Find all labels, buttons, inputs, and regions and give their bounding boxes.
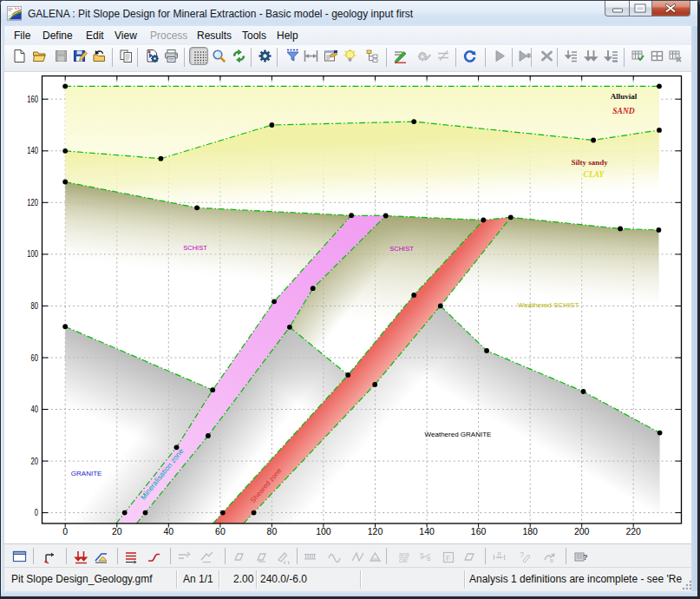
svg-text:160: 160 (471, 526, 487, 536)
svg-text:SCHIST: SCHIST (389, 245, 414, 253)
svg-text:100: 100 (27, 248, 38, 259)
svg-text:80: 80 (31, 300, 39, 311)
svg-text:0: 0 (62, 526, 68, 536)
svg-text:20: 20 (112, 526, 122, 536)
svg-text:?: ? (520, 550, 524, 559)
svg-text:GRANITE: GRANITE (71, 470, 102, 477)
svg-text:F: F (446, 554, 451, 563)
svg-text:B: B (550, 558, 553, 563)
svg-text:R: R (498, 551, 502, 556)
svg-text:SCHIST: SCHIST (183, 244, 207, 252)
svg-text:60: 60 (215, 526, 226, 536)
svg-text:ana: ana (399, 551, 409, 557)
svg-text:200: 200 (574, 526, 590, 536)
svg-text:140: 140 (27, 145, 38, 155)
svg-text:SAND: SAND (612, 107, 634, 115)
svg-text:140: 140 (419, 526, 435, 536)
svg-text:40: 40 (163, 526, 173, 536)
svg-text:Alluvial: Alluvial (611, 92, 638, 101)
svg-text:6: 6 (427, 555, 431, 563)
svg-text:CLAY: CLAY (584, 170, 605, 179)
svg-text:Weathered GRANITE: Weathered GRANITE (425, 431, 492, 438)
svg-text:0: 0 (35, 507, 38, 517)
svg-text:120: 120 (27, 197, 38, 207)
svg-text:60: 60 (31, 352, 39, 363)
svg-text:180: 180 (522, 526, 538, 536)
svg-text:40: 40 (31, 404, 39, 414)
svg-text:120: 120 (368, 526, 383, 536)
svg-text:100: 100 (316, 526, 331, 536)
svg-text:Weathered SCHIST: Weathered SCHIST (518, 301, 579, 309)
svg-text:cat: cat (399, 557, 407, 563)
svg-text:80: 80 (267, 526, 278, 536)
svg-text:160: 160 (27, 94, 38, 104)
svg-text:220: 220 (625, 526, 641, 536)
svg-text:?: ? (583, 553, 588, 562)
svg-text:20: 20 (31, 456, 39, 466)
svg-text:Silty sandy: Silty sandy (571, 158, 608, 167)
